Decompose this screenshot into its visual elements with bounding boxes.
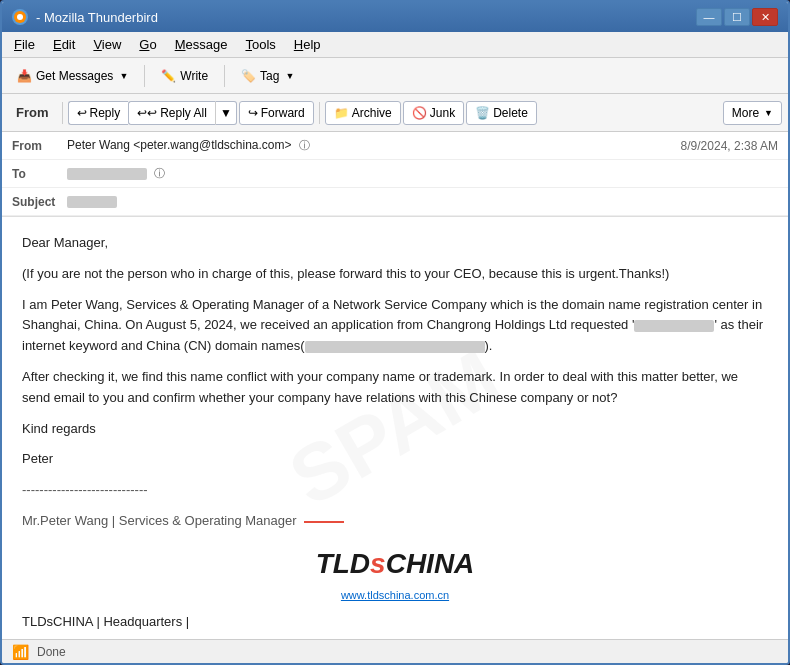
svg-point-1	[17, 14, 23, 20]
subject-value	[67, 195, 778, 209]
main-toolbar: 📥 Get Messages ▼ ✏️ Write 🏷️ Tag ▼	[2, 58, 788, 94]
archive-icon: 📁	[334, 106, 349, 120]
get-messages-arrow: ▼	[119, 71, 128, 81]
domain-blurred	[305, 341, 485, 353]
delete-button[interactable]: 🗑️ Delete	[466, 101, 537, 125]
email-content: Dear Manager, (If you are not the person…	[22, 233, 768, 639]
menu-view[interactable]: View	[85, 34, 129, 55]
to-address-blurred	[67, 168, 147, 180]
write-icon: ✏️	[161, 69, 176, 83]
window-title: - Mozilla Thunderbird	[36, 10, 158, 25]
to-info-icon[interactable]: ⓘ	[154, 167, 165, 179]
sig-name: Mr.Peter Wang | Services & Operating Man…	[22, 511, 768, 532]
status-text: Done	[37, 645, 66, 659]
title-bar-left: - Mozilla Thunderbird	[12, 9, 158, 25]
sender-info-icon[interactable]: ⓘ	[299, 139, 310, 151]
delete-icon: 🗑️	[475, 106, 490, 120]
reply-label: Reply	[90, 106, 121, 120]
main-window: - Mozilla Thunderbird — ☐ ✕ File Edit Vi…	[0, 0, 790, 665]
from-value: Peter Wang <peter.wang@tldschina.com> ⓘ	[67, 138, 681, 153]
tag-button[interactable]: 🏷️ Tag ▼	[232, 64, 303, 88]
sig-dashes: -----------------------------	[22, 480, 768, 501]
etool-sep-0	[62, 102, 63, 124]
forward-button[interactable]: ↪ Forward	[239, 101, 314, 125]
minimize-button[interactable]: —	[696, 8, 722, 26]
close-button[interactable]: ✕	[752, 8, 778, 26]
reply-dropdown-icon: ▼	[220, 106, 232, 120]
menu-tools[interactable]: Tools	[237, 34, 283, 55]
write-label: Write	[180, 69, 208, 83]
menu-help[interactable]: Help	[286, 34, 329, 55]
archive-button[interactable]: 📁 Archive	[325, 101, 401, 125]
get-messages-icon: 📥	[17, 69, 32, 83]
company-url[interactable]: www.tldschina.com.cn	[22, 587, 768, 605]
reply-all-label: Reply All	[160, 106, 207, 120]
junk-button[interactable]: 🚫 Junk	[403, 101, 464, 125]
sig-name-text: Mr.Peter Wang | Services & Operating Man…	[22, 513, 297, 528]
get-messages-button[interactable]: 📥 Get Messages ▼	[8, 64, 137, 88]
status-bar: 📶 Done	[2, 639, 788, 663]
from-label: From	[12, 139, 67, 153]
closing-name: Peter	[22, 449, 768, 470]
reply-dropdown-button[interactable]: ▼	[215, 101, 237, 125]
tld-text: TLD	[316, 548, 370, 579]
tag-label: Tag	[260, 69, 279, 83]
junk-icon: 🚫	[412, 106, 427, 120]
to-value: ⓘ	[67, 166, 778, 181]
company-name-blurred	[634, 320, 714, 332]
forward-icon: ↪	[248, 106, 258, 120]
subject-row: Subject	[2, 188, 788, 216]
get-messages-label: Get Messages	[36, 69, 113, 83]
to-label: To	[12, 167, 67, 181]
reply-button[interactable]: ↩ Reply	[68, 101, 129, 125]
reply-all-button[interactable]: ↩↩ Reply All	[128, 101, 215, 125]
more-button[interactable]: More ▼	[723, 101, 782, 125]
junk-label: Junk	[430, 106, 455, 120]
email-toolbar: From ↩ Reply ↩↩ Reply All ▼ ↪ Forward 📁 …	[2, 94, 788, 132]
subject-text-blurred	[67, 196, 117, 208]
subject-label: Subject	[12, 195, 67, 209]
company-logo-text: TLDsCHINA	[22, 542, 768, 587]
toolbar-sep-1	[144, 65, 145, 87]
reply-group: ↩ Reply ↩↩ Reply All ▼	[68, 101, 237, 125]
paragraph-intro-close: ).	[485, 338, 493, 353]
reply-icon: ↩	[77, 106, 87, 120]
to-row: To ⓘ	[2, 160, 788, 188]
menu-file[interactable]: File	[6, 34, 43, 55]
menu-go[interactable]: Go	[131, 34, 164, 55]
more-label: More	[732, 106, 759, 120]
delete-label: Delete	[493, 106, 528, 120]
paragraph-urgent: (If you are not the person who in charge…	[22, 264, 768, 285]
toolbar-sep-2	[224, 65, 225, 87]
email-date: 8/9/2024, 2:38 AM	[681, 139, 778, 153]
menu-edit[interactable]: Edit	[45, 34, 83, 55]
closing-regards: Kind regards	[22, 419, 768, 440]
paragraph-intro: I am Peter Wang, Services & Operating Ma…	[22, 295, 768, 357]
archive-label: Archive	[352, 106, 392, 120]
china-text: CHINA	[386, 548, 475, 579]
menu-message[interactable]: Message	[167, 34, 236, 55]
menu-bar: File Edit View Go Message Tools Help	[2, 32, 788, 58]
header-fields: From Peter Wang <peter.wang@tldschina.co…	[2, 132, 788, 217]
tag-icon: 🏷️	[241, 69, 256, 83]
company-logo: TLDsCHINA www.tldschina.com.cn	[22, 542, 768, 604]
tag-arrow: ▼	[285, 71, 294, 81]
title-bar: - Mozilla Thunderbird — ☐ ✕	[2, 2, 788, 32]
write-button[interactable]: ✏️ Write	[152, 64, 217, 88]
sig-redline	[304, 521, 344, 523]
email-body: SPAM Dear Manager, (If you are not the p…	[2, 217, 788, 639]
from-toolbar-label: From	[8, 105, 57, 120]
from-row: From Peter Wang <peter.wang@tldschina.co…	[2, 132, 788, 160]
greeting: Dear Manager,	[22, 233, 768, 254]
tldschina-name: TLDsCHINA	[316, 548, 475, 579]
thunderbird-icon	[12, 9, 28, 25]
etool-sep-1	[319, 102, 320, 124]
more-arrow: ▼	[764, 108, 773, 118]
from-address: Peter Wang <peter.wang@tldschina.com>	[67, 138, 292, 152]
window-controls: — ☐ ✕	[696, 8, 778, 26]
forward-label: Forward	[261, 106, 305, 120]
s-text: s	[370, 548, 386, 579]
maximize-button[interactable]: ☐	[724, 8, 750, 26]
wifi-icon: 📶	[12, 644, 29, 660]
reply-all-icon: ↩↩	[137, 106, 157, 120]
